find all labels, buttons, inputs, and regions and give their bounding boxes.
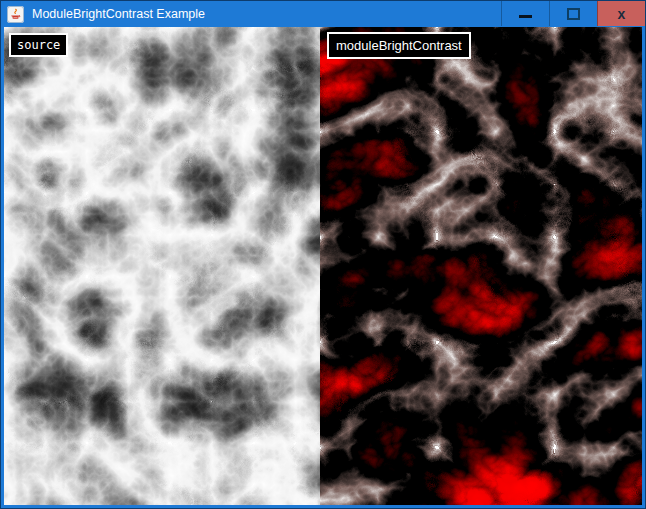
source-image-panel: source — [4, 27, 320, 505]
titlebar[interactable]: ModuleBrightContrast Example x — [1, 1, 645, 27]
processed-image-label: moduleBrightContrast — [327, 32, 471, 59]
close-button[interactable]: x — [597, 1, 645, 26]
minimize-button[interactable] — [501, 1, 549, 26]
source-texture — [4, 27, 320, 505]
maximize-icon — [567, 8, 580, 20]
processed-image-panel: moduleBrightContrast — [320, 27, 642, 505]
window-controls: x — [501, 1, 645, 27]
window-title: ModuleBrightContrast Example — [32, 7, 501, 21]
minimize-icon — [519, 15, 532, 18]
java-coffee-cup-icon — [7, 6, 24, 23]
close-icon: x — [618, 7, 626, 21]
maximize-button[interactable] — [549, 1, 597, 26]
source-image-label: source — [9, 33, 68, 57]
processed-texture — [320, 27, 642, 505]
content-area: source moduleBrightContrast — [4, 27, 642, 505]
app-window: ModuleBrightContrast Example x — [0, 0, 646, 509]
